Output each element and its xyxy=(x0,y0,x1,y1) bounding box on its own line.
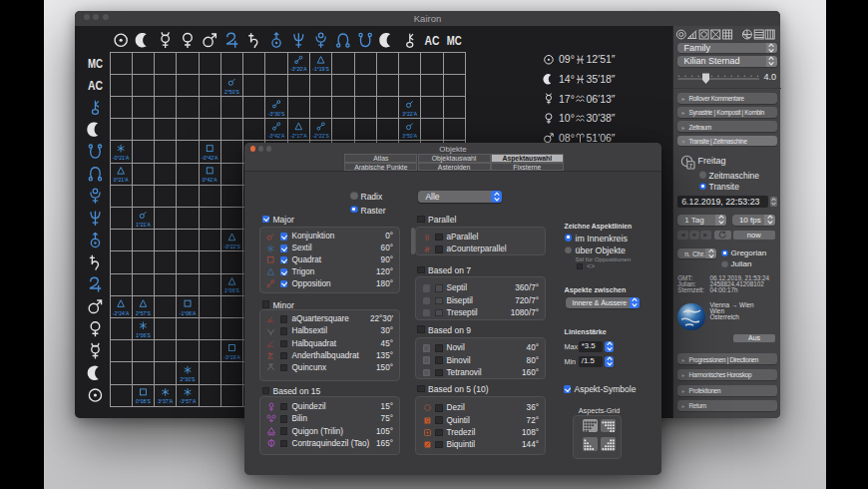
svg-text:1°06’S: 1°06’S xyxy=(224,287,239,293)
svg-text:-3°42’A: -3°42’A xyxy=(268,133,285,139)
svg-text:2°30’S: 2°30’S xyxy=(181,376,196,382)
svg-text:MC: MC xyxy=(88,57,103,71)
svg-text:08°: 08° xyxy=(559,132,575,144)
svg-text:17°: 17° xyxy=(559,93,575,105)
svg-text:-3°20’A: -3°20’A xyxy=(290,66,307,72)
svg-text:51′06″: 51′06″ xyxy=(587,132,616,144)
svg-text:10°: 10° xyxy=(559,112,575,124)
svg-text:-3°57’A: -3°57’A xyxy=(180,398,197,404)
svg-text:3°50’A: 3°50’A xyxy=(402,133,417,139)
svg-text:-0°42’A: -0°42’A xyxy=(202,155,218,161)
svg-text:MC: MC xyxy=(447,34,462,48)
svg-text:06′13″: 06′13″ xyxy=(587,93,616,105)
svg-text:12′51″: 12′51″ xyxy=(587,53,616,65)
svg-text:-3°19’A: -3°19’A xyxy=(223,354,240,360)
svg-text:3°22’A: 3°22’A xyxy=(402,111,417,117)
svg-text:09°: 09° xyxy=(559,53,575,65)
svg-text:Q: Q xyxy=(425,418,429,423)
svg-text:14°: 14° xyxy=(559,73,575,85)
svg-text:-2°24’A: -2°24’A xyxy=(113,310,130,316)
svg-text:-2°22’S: -2°22’S xyxy=(312,133,329,139)
svg-text:-0°21’A: -0°21’A xyxy=(113,155,130,161)
svg-text:-3°22’S: -3°22’S xyxy=(223,244,240,249)
svg-text:0°08’S: 0°08’S xyxy=(136,398,151,404)
svg-text:AC: AC xyxy=(88,79,103,93)
svg-text:-1°06’A: -1°06’A xyxy=(180,310,197,316)
svg-text:3°37’A: 3°37’A xyxy=(158,398,173,404)
svg-text:2°50’S: 2°50’S xyxy=(224,89,239,95)
svg-text:30′38″: 30′38″ xyxy=(587,112,616,124)
svg-text:1°21’A: 1°21’A xyxy=(136,222,151,228)
svg-text:1°06’S: 1°06’S xyxy=(136,332,151,338)
svg-text:35′18″: 35′18″ xyxy=(587,73,616,85)
svg-text:AC: AC xyxy=(425,34,440,48)
svg-text:2°57’S: 2°57’S xyxy=(136,310,151,316)
svg-text:0°21’A: 0°21’A xyxy=(114,177,129,183)
svg-text:0°42’A: 0°42’A xyxy=(203,177,217,183)
svg-text:-3°30’S: -3°30’S xyxy=(268,111,285,117)
svg-text:-1°19’S: -1°19’S xyxy=(312,66,329,72)
svg-text:-2°17’A: -2°17’A xyxy=(290,133,307,139)
